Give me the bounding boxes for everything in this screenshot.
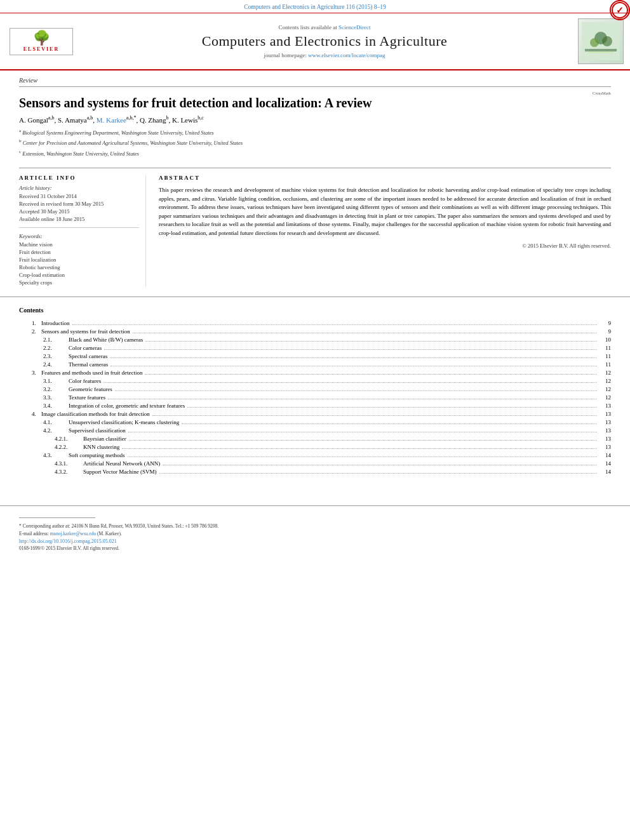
toc-label: Geometric features bbox=[69, 386, 112, 392]
toc-page: 9 bbox=[600, 328, 611, 335]
toc-page: 12 bbox=[600, 378, 611, 384]
toc-page: 12 bbox=[600, 386, 611, 392]
title-authors-block: Sensors and systems for fruit detection … bbox=[19, 90, 583, 163]
toc-page: 13 bbox=[600, 419, 611, 425]
toc-label: Integration of color, geometric and text… bbox=[69, 403, 185, 409]
toc-dots bbox=[129, 440, 597, 441]
footnote-separator bbox=[19, 517, 95, 518]
toc-page: 11 bbox=[600, 345, 611, 351]
toc-dots bbox=[159, 473, 597, 474]
toc-dots bbox=[122, 448, 597, 449]
article-info-title: ARTICLE INFO bbox=[19, 175, 139, 181]
header-center: Contents lists available at ScienceDirec… bbox=[76, 24, 573, 58]
journal-header: 🌳 ELSEVIER Contents lists available at S… bbox=[0, 13, 630, 70]
journal-cover-image bbox=[573, 18, 624, 64]
journal-homepage: journal homepage: www.elsevier.com/locat… bbox=[76, 52, 573, 58]
toc-number: 3.2. bbox=[43, 386, 69, 392]
crossmark-svg: ✓ bbox=[611, 1, 629, 19]
toc-label: Support Vector Machine (SVM) bbox=[83, 469, 157, 475]
toc-dots bbox=[72, 324, 598, 325]
keyword-4: Robotic harvesting bbox=[19, 264, 139, 270]
keywords-label: Keywords: bbox=[19, 233, 139, 239]
email-address[interactable]: manoj.karkee@wsu.edu bbox=[50, 531, 96, 537]
toc-dots bbox=[133, 333, 597, 333]
toc-page: 10 bbox=[600, 337, 611, 343]
contents-section: Contents 1. Introduction 9 2. Sensors an… bbox=[0, 297, 630, 486]
toc-page: 14 bbox=[600, 469, 611, 475]
toc-item[interactable]: 4.2.1. Bayesian classifier 13 bbox=[19, 436, 611, 443]
toc-label: Bayesian classifier bbox=[83, 436, 126, 442]
abstract-text: This paper reviews the research and deve… bbox=[159, 186, 611, 237]
toc-item[interactable]: 2. Sensors and systems for fruit detecti… bbox=[19, 328, 611, 335]
toc-item[interactable]: 4.3.2. Support Vector Machine (SVM) 14 bbox=[19, 469, 611, 476]
author-karkee[interactable]: M. Karkee bbox=[97, 116, 126, 124]
toc-dots bbox=[145, 374, 597, 375]
toc-dots bbox=[110, 357, 597, 358]
toc-item[interactable]: 2.4. Thermal cameras 11 bbox=[19, 361, 611, 368]
corresponding-note: * Corresponding author at: 24106 N Bunn … bbox=[19, 523, 611, 529]
toc-number: 3.1. bbox=[43, 378, 69, 384]
elsevier-tree-icon: 🌳 bbox=[33, 31, 50, 45]
toc-item[interactable]: 2.1. Black and White (B/W) cameras 10 bbox=[19, 337, 611, 343]
toc-item[interactable]: 3.1. Color features 12 bbox=[19, 378, 611, 385]
crossmark-badge[interactable]: ✓ CrossMark bbox=[593, 90, 611, 95]
received-date: Received 31 October 2014 bbox=[19, 193, 139, 199]
article-section: Review Sensors and systems for fruit det… bbox=[0, 70, 630, 290]
svg-point-3 bbox=[602, 36, 612, 46]
toc-item[interactable]: 1. Introduction 9 bbox=[19, 320, 611, 327]
toc-label: Unsupervised classification; K-means clu… bbox=[69, 419, 179, 425]
journal-title: Computers and Electronics in Agriculture bbox=[76, 33, 573, 50]
toc-item[interactable]: 4.3. Soft computing methods 14 bbox=[19, 452, 611, 459]
author-zhang: Q. Zhang bbox=[140, 116, 166, 124]
toc-item[interactable]: 4. Image classification methods for frui… bbox=[19, 411, 611, 418]
sciencedirect-name[interactable]: ScienceDirect bbox=[338, 24, 370, 30]
toc-label: Texture features bbox=[69, 394, 105, 401]
info-abstract-row: ARTICLE INFO Article history: Received 3… bbox=[19, 168, 611, 287]
toc-item[interactable]: 2.3. Spectral cameras 11 bbox=[19, 353, 611, 360]
toc-item[interactable]: 3.4. Integration of color, geometric and… bbox=[19, 403, 611, 410]
top-journal-link[interactable]: Computers and Electronics in Agriculture… bbox=[0, 0, 630, 13]
email-note: E-mail address: manoj.karkee@wsu.edu (M.… bbox=[19, 531, 611, 537]
toc-container: 1. Introduction 9 2. Sensors and systems… bbox=[19, 320, 611, 476]
crossmark-label: CrossMark bbox=[593, 91, 611, 95]
homepage-url[interactable]: www.elsevier.com/locate/compag bbox=[308, 52, 385, 58]
toc-item[interactable]: 4.2. Supervised classification 13 bbox=[19, 427, 611, 434]
abstract-section: ABSTRACT This paper reviews the research… bbox=[159, 175, 611, 287]
toc-label: Soft computing methods bbox=[69, 452, 125, 458]
toc-label: Black and White (B/W) cameras bbox=[69, 337, 143, 343]
homepage-label: journal homepage: bbox=[264, 52, 307, 58]
toc-label: Supervised classification bbox=[69, 427, 126, 434]
toc-dots bbox=[108, 399, 597, 399]
toc-number: 4. bbox=[32, 411, 41, 417]
affiliations-block: a Biological Systems Engineering Departm… bbox=[19, 128, 583, 158]
journal-reference: Computers and Electronics in Agriculture… bbox=[244, 4, 386, 10]
footer: * Corresponding author at: 24106 N Bunn … bbox=[0, 505, 630, 557]
abstract-copyright: © 2015 Elsevier B.V. All rights reserved… bbox=[159, 243, 611, 249]
doi-link[interactable]: http://dx.doi.org/10.1016/j.compag.2015.… bbox=[19, 538, 611, 544]
elsevier-label: ELSEVIER bbox=[23, 46, 59, 52]
article-title: Sensors and systems for fruit detection … bbox=[19, 95, 583, 111]
toc-item[interactable]: 3.2. Geometric features 12 bbox=[19, 386, 611, 393]
article-info-column: ARTICLE INFO Article history: Received 3… bbox=[19, 175, 146, 287]
abstract-title: ABSTRACT bbox=[159, 175, 611, 181]
toc-dots bbox=[115, 390, 597, 391]
keywords-section: Keywords: Machine vision Fruit detection… bbox=[19, 233, 139, 286]
svg-point-2 bbox=[590, 38, 599, 47]
toc-dots bbox=[128, 457, 598, 457]
crossmark-icon[interactable]: ✓ bbox=[610, 0, 630, 20]
toc-item[interactable]: 2.2. Color cameras 11 bbox=[19, 345, 611, 352]
toc-item[interactable]: 3. Features and methods used in fruit de… bbox=[19, 370, 611, 377]
toc-number: 2.4. bbox=[43, 361, 69, 368]
toc-page: 14 bbox=[600, 452, 611, 458]
toc-number: 2. bbox=[32, 328, 41, 335]
toc-item[interactable]: 4.1. Unsupervised classification; K-mean… bbox=[19, 419, 611, 426]
toc-item[interactable]: 4.3.1. Artificial Neural Network (ANN) 1… bbox=[19, 460, 611, 467]
authors-line: A. Gongala,b, S. Amatyaa,b, M. Karkeea,b… bbox=[19, 115, 583, 124]
toc-number: 4.1. bbox=[43, 419, 69, 425]
toc-label: KNN clustering bbox=[83, 444, 119, 450]
svg-text:✓: ✓ bbox=[616, 6, 624, 15]
sciencedirect-link[interactable]: Contents lists available at ScienceDirec… bbox=[76, 24, 573, 30]
toc-item[interactable]: 3.3. Texture features 12 bbox=[19, 394, 611, 401]
toc-item[interactable]: 4.2.2. KNN clustering 13 bbox=[19, 444, 611, 451]
toc-label: Sensors and systems for fruit detection bbox=[41, 328, 130, 335]
